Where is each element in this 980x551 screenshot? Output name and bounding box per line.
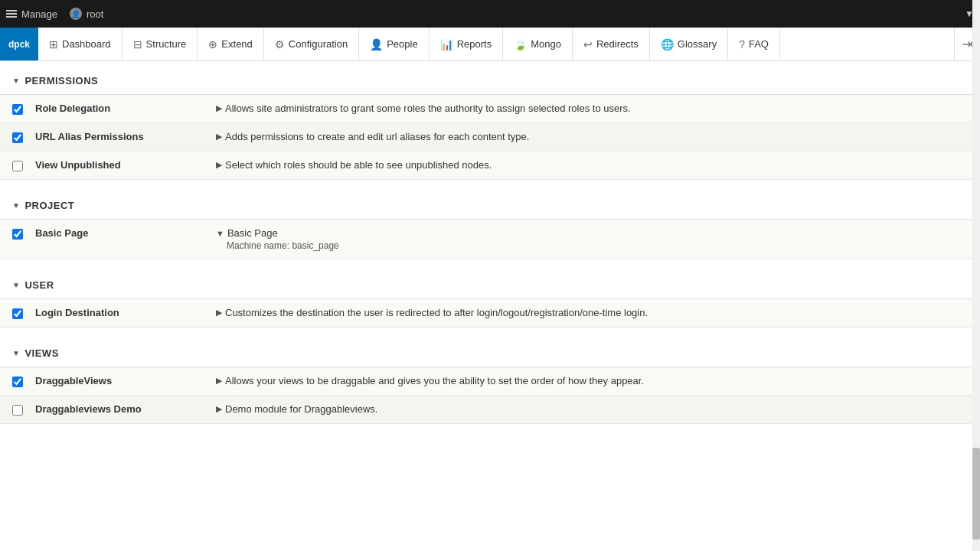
desc-arrow-icon: ▶ [216, 132, 222, 142]
section-project-label: PROJECT [24, 200, 74, 211]
url-alias-name: URL Alias Permissions [35, 131, 204, 142]
nav-item-structure[interactable]: ⊟ Structure [122, 28, 198, 60]
role-delegation-name: Role Delegation [35, 103, 204, 114]
site-logo[interactable]: dpck [0, 28, 38, 60]
nav-item-structure-label: Structure [146, 38, 187, 50]
login-destination-desc: ▶ Customizes the destination the user is… [216, 307, 968, 318]
glossary-icon: 🌐 [661, 38, 674, 51]
view-unpublished-desc: ▶ Select which roles should be able to s… [216, 159, 968, 171]
user-menu[interactable]: 👤 root [70, 8, 103, 20]
draggable-views-name: DraggableViews [35, 375, 204, 386]
module-row-login-destination: Login Destination ▶ Customizes the desti… [0, 299, 980, 328]
nav-item-dashboard[interactable]: ⊞ Dashboard [38, 28, 122, 60]
section-user-header[interactable]: ▼ USER [0, 272, 980, 299]
module-row-url-alias: URL Alias Permissions ▶ Adds permissions… [0, 123, 980, 152]
nav-item-configuration-label: Configuration [289, 38, 348, 50]
module-row-view-unpublished: View Unpublished ▶ Select which roles sh… [0, 152, 980, 180]
draggableviews-demo-desc: ▶ Demo module for Draggableviews. [216, 403, 968, 415]
role-delegation-desc: ▶ Allows site administrators to grant so… [216, 103, 968, 114]
nav-collapse-icon: ⇥ [962, 37, 972, 51]
nav-item-mongo-label: Mongo [531, 38, 561, 50]
nav-items: ⊞ Dashboard ⊟ Structure ⊕ Extend ⚙ Confi… [38, 28, 954, 60]
login-destination-checkbox[interactable] [12, 308, 23, 319]
module-row-basic-page: Basic Page ▼ Basic Page Machine name: ba… [0, 220, 980, 259]
nav-item-redirects-label: Redirects [596, 38, 639, 50]
nav-item-glossary-label: Glossary [678, 38, 717, 50]
nav-item-faq[interactable]: ? FAQ [728, 28, 780, 60]
structure-icon: ⊟ [133, 38, 142, 51]
section-arrow-icon: ▼ [12, 281, 20, 289]
nav-item-mongo[interactable]: 🍃 Mongo [503, 28, 573, 60]
main-content: ▼ PERMISSIONS Role Delegation ▶ Allows s… [0, 67, 980, 424]
section-arrow-icon: ▼ [12, 77, 20, 85]
nav-item-faq-label: FAQ [749, 38, 769, 50]
basic-page-checkbox[interactable] [12, 229, 23, 240]
scrollbar[interactable] [972, 0, 980, 424]
nav-item-people[interactable]: 👤 People [359, 28, 429, 60]
login-destination-name: Login Destination [35, 307, 204, 318]
draggable-views-desc: ▶ Allows your views to be draggable and … [216, 375, 968, 386]
extend-icon: ⊕ [208, 38, 217, 51]
nav-item-extend[interactable]: ⊕ Extend [198, 28, 263, 60]
draggable-views-checkbox[interactable] [12, 377, 23, 387]
section-views-label: VIEWS [24, 347, 58, 359]
nav-item-reports[interactable]: 📊 Reports [430, 28, 504, 60]
section-arrow-icon: ▼ [12, 201, 20, 210]
view-unpublished-name: View Unpublished [35, 159, 204, 171]
section-project-header[interactable]: ▼ PROJECT [0, 192, 980, 220]
nav-item-extend-label: Extend [221, 38, 252, 50]
mongo-icon: 🍃 [514, 38, 527, 51]
manage-label: Manage [21, 8, 57, 20]
nav-bar: dpck ⊞ Dashboard ⊟ Structure ⊕ Extend ⚙ … [0, 28, 980, 61]
expanded-arrow-icon: ▼ [216, 229, 224, 238]
nav-item-redirects[interactable]: ↩ Redirects [573, 28, 650, 60]
view-unpublished-checkbox[interactable] [12, 161, 23, 171]
basic-page-machine-name: Machine name: basic_page [227, 240, 968, 251]
hamburger-icon [6, 10, 17, 18]
draggableviews-demo-name: Draggableviews Demo [35, 403, 204, 415]
section-permissions-header[interactable]: ▼ PERMISSIONS [0, 67, 980, 95]
configuration-icon: ⚙ [275, 38, 285, 51]
user-label: root [87, 8, 103, 20]
nav-item-dashboard-label: Dashboard [62, 38, 111, 50]
basic-page-name: Basic Page [35, 227, 204, 239]
desc-arrow-icon: ▶ [216, 404, 222, 414]
dashboard-icon: ⊞ [49, 38, 58, 51]
url-alias-desc: ▶ Adds permissions to create and edit ur… [216, 131, 968, 142]
basic-page-expanded-title: Basic Page [227, 227, 278, 239]
faq-icon: ? [739, 38, 745, 51]
nav-item-glossary[interactable]: 🌐 Glossary [650, 28, 728, 60]
role-delegation-checkbox[interactable] [12, 104, 23, 115]
desc-arrow-icon: ▶ [216, 376, 222, 386]
nav-item-people-label: People [387, 38, 417, 50]
redirects-icon: ↩ [583, 38, 593, 51]
nav-item-reports-label: Reports [457, 38, 492, 50]
admin-bar: Manage 👤 root ▼ [0, 0, 980, 28]
module-row-role-delegation: Role Delegation ▶ Allows site administra… [0, 95, 980, 123]
user-icon: 👤 [70, 8, 82, 20]
desc-arrow-icon: ▶ [216, 103, 222, 113]
basic-page-desc: ▼ Basic Page Machine name: basic_page [216, 227, 968, 251]
section-arrow-icon: ▼ [12, 349, 20, 357]
section-permissions-label: PERMISSIONS [24, 75, 98, 86]
draggableviews-demo-checkbox[interactable] [12, 405, 23, 416]
reports-icon: 📊 [440, 38, 453, 51]
module-row-draggable-views: DraggableViews ▶ Allows your views to be… [0, 367, 980, 396]
url-alias-checkbox[interactable] [12, 132, 23, 143]
module-row-draggableviews-demo: Draggableviews Demo ▶ Demo module for Dr… [0, 396, 980, 424]
desc-arrow-icon: ▶ [216, 308, 222, 318]
section-views-header[interactable]: ▼ VIEWS [0, 340, 980, 367]
people-icon: 👤 [370, 38, 383, 51]
section-user-label: USER [24, 279, 54, 291]
manage-button[interactable]: Manage [6, 8, 57, 20]
desc-arrow-icon: ▶ [216, 160, 222, 170]
nav-item-configuration[interactable]: ⚙ Configuration [264, 28, 359, 60]
